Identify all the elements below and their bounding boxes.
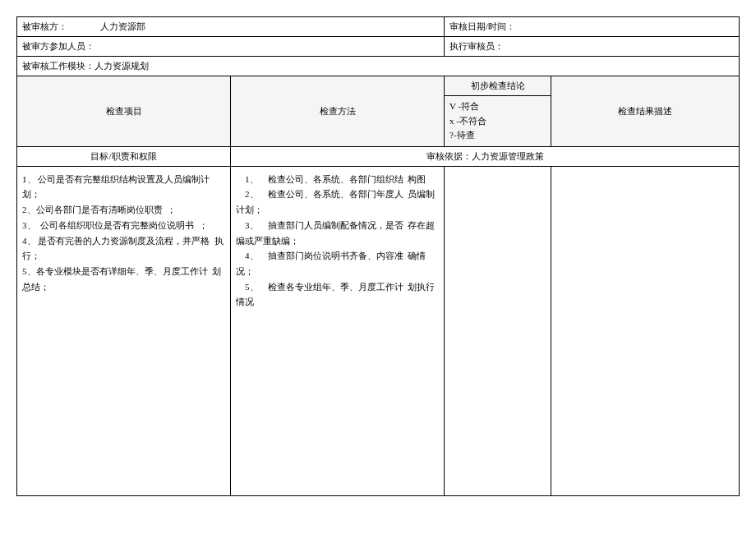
row-content: 1、 公司是否有完整组织结构设置及人员编制计 划； 2、公司各部门是否有清晰岗位… (17, 167, 739, 495)
auditee-label: 被审核方： (22, 21, 67, 33)
cell-participants: 被审方参加人员： (17, 37, 445, 56)
content-methods: 1、 检查公司、各系统、各部门组织结 构图 2、 检查公司、各系统、各部门年度人… (231, 167, 445, 495)
col-prelim: 初步检查结论 V -符合 x -不符合 ?-待查 (445, 76, 551, 146)
audit-form: 被审核方： 人力资源部 审核日期/时间： 被审方参加人员： 执行审核员： 被审核… (16, 16, 740, 496)
col-method: 检查方法 (231, 76, 445, 146)
module-label: 被审核工作模块：人力资源规划 (17, 57, 739, 76)
row-module: 被审核工作模块：人力资源规划 (17, 57, 739, 76)
legend-v: V -符合 (449, 99, 546, 114)
row-participants: 被审方参加人员： 执行审核员： (17, 37, 739, 57)
subheader-right: 审核依据：人力资源管理政策 (231, 147, 739, 166)
row-subheader: 目标/职责和权限 审核依据：人力资源管理政策 (17, 147, 739, 167)
col-item: 检查项目 (17, 76, 231, 146)
content-result (551, 167, 739, 495)
col-result: 检查结果描述 (551, 76, 739, 146)
row-auditee: 被审核方： 人力资源部 审核日期/时间： (17, 17, 739, 37)
participants-label: 被审方参加人员： (22, 40, 94, 53)
auditor-label: 执行审核员： (449, 40, 504, 53)
cell-auditor: 执行审核员： (445, 37, 739, 56)
prelim-title: 初步检查结论 (445, 76, 551, 96)
legend-x: x -不符合 (449, 114, 546, 129)
auditee-value: 人力资源部 (100, 21, 145, 33)
content-items: 1、 公司是否有完整组织结构设置及人员编制计 划； 2、公司各部门是否有清晰岗位… (17, 167, 231, 495)
row-column-headers: 检查项目 检查方法 初步检查结论 V -符合 x -不符合 ?-待查 检查结果描… (17, 76, 739, 147)
content-prelim (445, 167, 551, 495)
subheader-left: 目标/职责和权限 (17, 147, 231, 166)
methods-text: 1、 检查公司、各系统、各部门组织结 构图 2、 检查公司、各系统、各部门年度人… (236, 172, 439, 310)
date-label: 审核日期/时间： (449, 21, 515, 33)
prelim-legend: V -符合 x -不符合 ?-待查 (445, 96, 551, 146)
cell-date: 审核日期/时间： (445, 17, 739, 36)
items-text: 1、 公司是否有完整组织结构设置及人员编制计 划； 2、公司各部门是否有清晰岗位… (22, 172, 225, 295)
cell-auditee: 被审核方： 人力资源部 (17, 17, 445, 36)
legend-q: ?-待查 (449, 128, 546, 143)
